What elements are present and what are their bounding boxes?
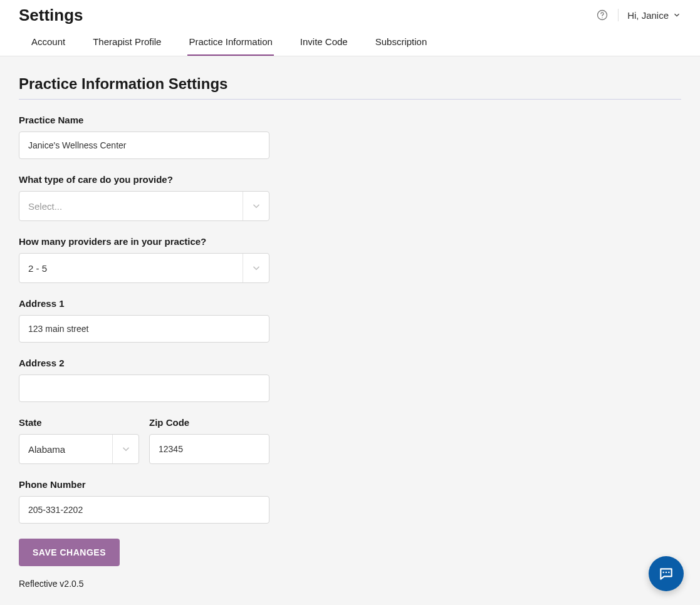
practice-name-label: Practice Name [19, 115, 681, 125]
user-greeting: Hi, Janice [627, 10, 669, 21]
tab-therapist-profile[interactable]: Therapist Profile [91, 30, 162, 56]
care-type-value: Select... [19, 201, 243, 212]
header-right: Hi, Janice [595, 8, 681, 22]
care-type-select[interactable]: Select... [19, 191, 269, 221]
section-rule [19, 99, 681, 100]
chevron-down-icon [672, 11, 681, 19]
header: Settings Hi, Janice Account T [0, 0, 700, 56]
state-label: State [19, 417, 139, 428]
tabs: Account Therapist Profile Practice Infor… [19, 30, 681, 56]
tab-practice-information[interactable]: Practice Information [187, 30, 273, 56]
chat-fab[interactable] [649, 556, 684, 591]
field-provider-count: How many providers are in your practice?… [19, 236, 681, 283]
provider-count-label: How many providers are in your practice? [19, 236, 681, 247]
content: Practice Information Settings Practice N… [0, 56, 700, 595]
state-value: Alabama [19, 444, 112, 455]
state-select[interactable]: Alabama [19, 434, 139, 464]
divider [618, 9, 619, 21]
tab-account[interactable]: Account [30, 30, 66, 56]
version-text: Reflective v2.0.5 [19, 579, 681, 589]
field-practice-name: Practice Name [19, 115, 681, 159]
practice-name-input[interactable] [19, 132, 269, 159]
address2-label: Address 2 [19, 358, 681, 368]
address1-label: Address 1 [19, 298, 681, 309]
chevron-down-icon [112, 435, 138, 463]
row-state-zip: State Alabama Zip Code [19, 417, 681, 479]
tab-subscription[interactable]: Subscription [374, 30, 429, 56]
zip-label: Zip Code [149, 417, 269, 428]
field-state: State Alabama [19, 417, 139, 464]
phone-label: Phone Number [19, 479, 681, 490]
address2-input[interactable] [19, 375, 269, 402]
address1-input[interactable] [19, 315, 269, 343]
chevron-down-icon [243, 192, 269, 220]
provider-count-select[interactable]: 2 - 5 [19, 253, 269, 283]
page-title: Settings [19, 6, 83, 25]
help-icon[interactable] [595, 8, 609, 22]
chevron-down-icon [243, 254, 269, 282]
field-zip: Zip Code [149, 417, 269, 464]
user-menu[interactable]: Hi, Janice [627, 10, 681, 21]
field-phone: Phone Number [19, 479, 681, 524]
field-care-type: What type of care do you provide? Select… [19, 174, 681, 221]
zip-input[interactable] [149, 434, 269, 464]
phone-input[interactable] [19, 496, 269, 524]
provider-count-value: 2 - 5 [19, 263, 243, 274]
section-title: Practice Information Settings [19, 75, 681, 93]
save-button[interactable]: SAVE CHANGES [19, 539, 120, 566]
field-address1: Address 1 [19, 298, 681, 343]
chat-icon [658, 566, 674, 582]
field-address2: Address 2 [19, 358, 681, 402]
header-top: Settings Hi, Janice [19, 0, 681, 30]
svg-point-1 [602, 18, 602, 18]
care-type-label: What type of care do you provide? [19, 174, 681, 185]
tab-invite-code[interactable]: Invite Code [299, 30, 349, 56]
